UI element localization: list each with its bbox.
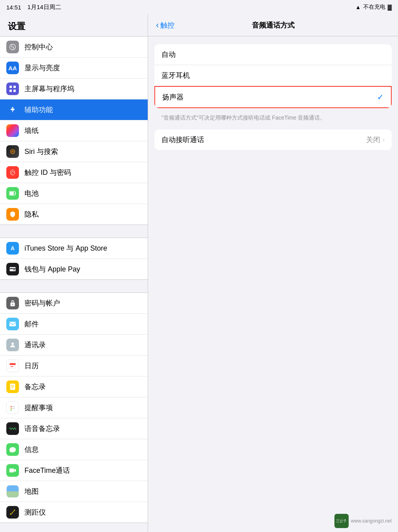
wallpaper-icon	[6, 124, 19, 137]
sidebar-item-itunes[interactable]: A iTunes Store 与 App Store	[0, 238, 148, 259]
homescreen-icon	[6, 82, 19, 95]
svg-point-30	[11, 408, 12, 409]
audio-option-auto[interactable]: 自动	[154, 44, 392, 65]
svg-point-18	[12, 304, 13, 305]
password-icon	[6, 297, 19, 309]
sidebar-item-accessibility[interactable]: 辅助功能	[0, 99, 148, 120]
control-center-label: 控制中心	[24, 42, 53, 52]
sidebar-item-notes[interactable]: 备忘录	[0, 377, 148, 397]
battery-icon	[6, 187, 19, 200]
svg-rect-23	[11, 366, 12, 367]
sidebar-group-3: 密码与帐户 邮件 通讯录 日历	[0, 292, 148, 523]
status-time: 14:51	[6, 4, 21, 11]
selected-checkmark: ✓	[377, 92, 384, 102]
detail-panel: ‹ 触控 音频通话方式 自动 蓝牙耳机 扬声器 ✓ "音频通话方式"可决定用哪	[148, 14, 398, 532]
privacy-label: 隐私	[24, 210, 39, 219]
sidebar-item-messages[interactable]: 信息	[0, 439, 148, 460]
reminders-icon	[6, 401, 19, 414]
wallet-label: 钱包与 Apple Pay	[24, 264, 80, 274]
measure-icon	[6, 506, 19, 519]
password-label: 密码与帐户	[24, 298, 60, 308]
sidebar-item-facetime[interactable]: FaceTime通话	[0, 460, 148, 481]
wallpaper-label: 墙纸	[24, 126, 39, 135]
svg-point-0	[10, 44, 15, 50]
status-icons: ▲ 不在充电 ▓	[355, 4, 392, 11]
facetime-label: FaceTime通话	[24, 466, 70, 475]
privacy-icon	[6, 208, 19, 221]
svg-rect-6	[13, 90, 16, 92]
sidebar-item-control-center[interactable]: 控制中心	[0, 37, 148, 58]
back-button[interactable]: ‹ 触控	[156, 20, 175, 30]
sidebar-item-siri[interactable]: Siri 与搜索	[0, 141, 148, 162]
svg-rect-24	[12, 366, 13, 367]
spacer-1	[0, 228, 148, 238]
svg-rect-16	[13, 270, 15, 270]
sidebar-item-measure[interactable]: 测距仪	[0, 502, 148, 523]
sidebar-item-homescreen[interactable]: 主屏幕与程序坞	[0, 79, 148, 99]
sidebar-item-contacts[interactable]: 通讯录	[0, 335, 148, 356]
wifi-icon: ▲	[355, 4, 361, 10]
sidebar-item-calendar[interactable]: 日历	[0, 356, 148, 377]
sidebar-group-1: 控制中心 AA 显示与亮度 主屏幕与程序坞 辅助功能	[0, 36, 148, 225]
itunes-icon: A	[6, 242, 19, 255]
svg-point-7	[12, 107, 13, 109]
svg-rect-5	[9, 90, 12, 92]
watermark: 三公子 www.sangongzi.net	[334, 514, 392, 528]
contacts-icon	[6, 339, 19, 351]
watermark-text: www.sangongzi.net	[351, 518, 392, 524]
sidebar: 设置 控制中心 AA 显示与亮度 主屏幕与程序坞	[0, 14, 148, 532]
svg-rect-15	[10, 268, 16, 269]
audio-description: "音频通话方式"可决定用哪种方式接听电话或 FaceTime 音频通话。	[154, 111, 392, 126]
notes-label: 备忘录	[24, 382, 46, 392]
mail-label: 邮件	[24, 319, 39, 329]
svg-rect-13	[10, 192, 14, 195]
svg-rect-2	[13, 47, 14, 49]
touchid-label: 触控 ID 与密码	[24, 168, 71, 177]
sidebar-item-battery[interactable]: 电池	[0, 183, 148, 204]
sidebar-item-wallpaper[interactable]: 墙纸	[0, 120, 148, 141]
sidebar-item-mail[interactable]: 邮件	[0, 314, 148, 335]
back-label: 触控	[160, 21, 175, 30]
audio-option-bluetooth[interactable]: 蓝牙耳机	[154, 65, 392, 86]
siri-label: Siri 与搜索	[24, 147, 58, 156]
sidebar-item-maps[interactable]: 地图	[0, 481, 148, 502]
maps-label: 地图	[24, 487, 39, 496]
detail-content: 自动 蓝牙耳机 扬声器 ✓ "音频通话方式"可决定用哪种方式接听电话或 Face…	[148, 36, 398, 161]
sidebar-item-voicememo[interactable]: 语音备忘录	[0, 418, 148, 439]
touchid-icon	[6, 166, 19, 179]
maps-icon	[6, 485, 19, 498]
sidebar-group-2: A iTunes Store 与 App Store 钱包与 Apple Pay	[0, 238, 148, 280]
itunes-label: iTunes Store 与 App Store	[24, 244, 107, 253]
battery-icon: ▓	[388, 4, 392, 10]
notes-icon	[6, 380, 19, 393]
detail-title: 音频通话方式	[252, 21, 295, 30]
voicememo-label: 语音备忘录	[24, 424, 60, 433]
auto-answer-row[interactable]: 自动接听通话 关闭 ›	[154, 129, 392, 150]
voicememo-icon	[6, 422, 19, 435]
sidebar-item-reminders[interactable]: 提醒事项	[0, 397, 148, 418]
sidebar-item-privacy[interactable]: 隐私	[0, 204, 148, 225]
sidebar-item-display[interactable]: AA 显示与亮度	[0, 58, 148, 79]
sidebar-title: 设置	[0, 14, 148, 36]
no-charge-text: 不在充电	[363, 4, 385, 11]
svg-point-9	[11, 150, 13, 152]
auto-answer-label: 自动接听通话	[161, 135, 366, 144]
sidebar-item-touchid[interactable]: 触控 ID 与密码	[0, 162, 148, 183]
siri-icon	[6, 145, 19, 158]
svg-rect-19	[9, 322, 16, 326]
accessibility-label: 辅助功能	[24, 105, 53, 114]
facetime-icon	[6, 464, 19, 477]
sidebar-item-wallet[interactable]: 钱包与 Apple Pay	[0, 259, 148, 279]
wallet-icon	[6, 263, 19, 275]
status-date: 1月14日周二	[28, 4, 61, 11]
display-icon: AA	[6, 62, 19, 74]
svg-point-10	[11, 170, 15, 175]
svg-rect-36	[7, 491, 19, 497]
sidebar-item-password[interactable]: 密码与帐户	[0, 293, 148, 314]
display-label: 显示与亮度	[24, 63, 60, 73]
audio-option-speaker[interactable]: 扬声器 ✓	[154, 86, 392, 108]
svg-rect-4	[13, 86, 16, 88]
bluetooth-label: 蓝牙耳机	[161, 71, 385, 80]
watermark-icon: 三公子	[334, 514, 349, 528]
back-chevron-icon: ‹	[156, 20, 159, 30]
